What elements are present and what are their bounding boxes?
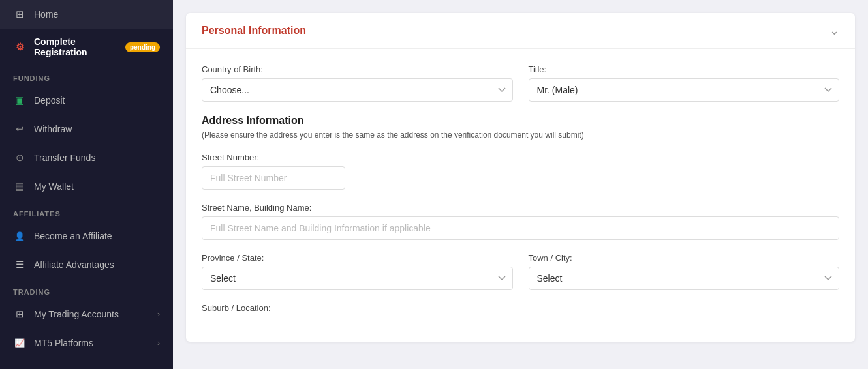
- suburb-row: Suburb / Location:: [202, 303, 839, 313]
- sidebar-item-deposit-label: Deposit: [34, 95, 65, 106]
- chevron-down-icon: ⌄: [829, 23, 839, 38]
- province-label: Province / State:: [202, 253, 513, 263]
- street-name-input[interactable]: [202, 216, 839, 240]
- grid-icon: [13, 308, 26, 321]
- title-group: Title: Mr. (Male): [529, 65, 840, 102]
- sidebar-item-trading-label: My Trading Accounts: [34, 309, 119, 319]
- transfer-icon: [13, 151, 26, 164]
- settings-icon: [13, 40, 26, 53]
- sidebar-item-home[interactable]: Home: [0, 0, 173, 29]
- street-name-label: Street Name, Building Name:: [202, 203, 839, 213]
- street-name-group: Street Name, Building Name:: [202, 203, 839, 240]
- sidebar-item-complete-registration-label: Complete Registration: [34, 37, 112, 57]
- country-title-row: Country of Birth: Choose... Title: Mr. (…: [202, 65, 839, 102]
- title-select[interactable]: Mr. (Male): [529, 78, 840, 102]
- province-town-row: Province / State: Select Town / City: Se…: [202, 253, 839, 290]
- sidebar-item-withdraw[interactable]: Withdraw: [0, 115, 173, 143]
- town-label: Town / City:: [529, 253, 840, 263]
- registration-card: Personal Information ⌄ Country of Birth:…: [186, 13, 855, 342]
- sidebar: Home Complete Registration pending FUNDI…: [0, 0, 173, 369]
- sidebar-item-mt5[interactable]: MT5 Platforms ›: [0, 329, 173, 357]
- country-of-birth-group: Country of Birth: Choose...: [202, 65, 513, 102]
- sidebar-item-home-label: Home: [34, 9, 58, 20]
- sidebar-item-transfer-funds[interactable]: Transfer Funds: [0, 143, 173, 172]
- country-of-birth-select[interactable]: Choose...: [202, 78, 513, 102]
- country-of-birth-label: Country of Birth:: [202, 65, 513, 74]
- town-select[interactable]: Select: [529, 267, 840, 290]
- chevron-right-icon-2: ›: [157, 338, 160, 347]
- street-number-group: Street Number:: [202, 153, 345, 190]
- personal-info-header[interactable]: Personal Information ⌄: [186, 13, 855, 49]
- sidebar-item-my-wallet[interactable]: My Wallet: [0, 172, 173, 201]
- main-content: Personal Information ⌄ Country of Birth:…: [173, 0, 868, 369]
- province-group: Province / State: Select: [202, 253, 513, 290]
- sidebar-item-become-affiliate[interactable]: Become an Affiliate: [0, 222, 173, 250]
- wallet-icon: [13, 180, 26, 193]
- withdraw-icon: [13, 123, 26, 136]
- street-number-row: Street Number:: [202, 153, 839, 190]
- street-number-input[interactable]: [202, 166, 345, 190]
- title-label: Title:: [529, 65, 840, 74]
- deposit-icon: [13, 94, 26, 107]
- sidebar-item-transfer-label: Transfer Funds: [34, 153, 95, 163]
- sidebar-item-advantages-label: Affiliate Advantages: [34, 259, 114, 270]
- address-info-note: (Please ensure the address you enter is …: [202, 130, 839, 140]
- sidebar-item-wallet-label: My Wallet: [34, 181, 74, 192]
- affiliates-section-label: AFFILIATES: [0, 201, 173, 222]
- home-icon: [13, 8, 26, 21]
- list-icon: [13, 258, 26, 271]
- town-group: Town / City: Select: [529, 253, 840, 290]
- sidebar-item-complete-registration[interactable]: Complete Registration pending: [0, 29, 173, 65]
- suburb-group: Suburb / Location:: [202, 303, 839, 313]
- funding-section-label: FUNDING: [0, 65, 173, 86]
- chart-icon: [13, 336, 26, 349]
- trading-section-label: TRADING: [0, 279, 173, 300]
- street-name-row: Street Name, Building Name:: [202, 203, 839, 240]
- sidebar-item-withdraw-label: Withdraw: [34, 124, 72, 134]
- sidebar-item-deposit[interactable]: Deposit: [0, 86, 173, 115]
- province-select[interactable]: Select: [202, 267, 513, 290]
- suburb-label: Suburb / Location:: [202, 303, 839, 313]
- address-info-title: Address Information: [202, 115, 839, 126]
- sidebar-item-affiliate-advantages[interactable]: Affiliate Advantages: [0, 250, 173, 279]
- chevron-right-icon: ›: [157, 310, 160, 319]
- pending-badge: pending: [125, 42, 160, 52]
- personal-info-title: Personal Information: [202, 25, 306, 37]
- sidebar-item-trading-accounts[interactable]: My Trading Accounts ›: [0, 300, 173, 329]
- sidebar-item-affiliate-label: Become an Affiliate: [34, 231, 112, 241]
- person-icon: [13, 229, 26, 243]
- sidebar-item-mt5-label: MT5 Platforms: [34, 338, 93, 348]
- card-body: Country of Birth: Choose... Title: Mr. (…: [186, 49, 855, 342]
- street-number-label: Street Number:: [202, 153, 345, 162]
